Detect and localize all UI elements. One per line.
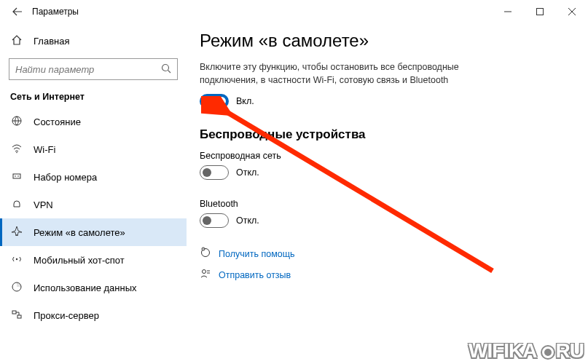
window-title: Параметры [32, 7, 79, 17]
sidebar: Главная Сеть и Интернет Состояние Wi-Fi [0, 23, 187, 364]
sidebar-item-wifi[interactable]: Wi-Fi [0, 135, 187, 163]
bluetooth-toggle-label: Откл. [236, 215, 259, 226]
titlebar: Параметры [0, 0, 588, 23]
sidebar-item-vpn[interactable]: VPN [0, 191, 187, 218]
sidebar-item-status[interactable]: Состояние [0, 108, 187, 135]
proxy-icon [10, 309, 23, 323]
bluetooth-toggle[interactable] [200, 213, 229, 228]
vpn-icon [10, 198, 23, 212]
home-label: Главная [34, 36, 69, 47]
airplane-icon [10, 226, 23, 240]
help-icon: ? [200, 247, 211, 261]
svg-point-3 [16, 151, 17, 153]
help-link-row: ? Получить помощь [200, 247, 571, 261]
sidebar-item-label: VPN [34, 199, 53, 210]
toggle-knob [203, 168, 211, 177]
back-button[interactable] [6, 0, 29, 23]
feedback-link-row: Отправить отзыв [200, 268, 571, 282]
svg-point-14 [203, 270, 206, 274]
sidebar-item-data-usage[interactable]: Использование данных [0, 274, 187, 301]
home-icon [10, 34, 23, 48]
svg-rect-9 [12, 311, 16, 314]
airplane-toggle-label: Вкл. [236, 96, 254, 106]
sidebar-item-label: Прокси-сервер [34, 310, 99, 321]
sidebar-item-airplane[interactable]: Режим «в самолете» [0, 218, 187, 246]
svg-point-6 [17, 175, 19, 177]
search-icon [161, 63, 171, 76]
sidebar-item-label: Набор номера [34, 172, 97, 183]
sidebar-item-label: Мобильный хот-спот [34, 255, 125, 266]
toggle-knob [203, 216, 211, 225]
toggle-knob [217, 97, 226, 106]
bluetooth-subsection: Bluetooth Откл. [200, 199, 571, 228]
minimize-button[interactable] [492, 0, 524, 23]
wifi-icon [10, 143, 23, 157]
watermark-dot-icon [539, 344, 554, 358]
sidebar-item-hotspot[interactable]: Мобильный хот-спот [0, 246, 187, 274]
watermark-text-b: RU [556, 339, 584, 363]
page-description: Включите эту функцию, чтобы остановить в… [200, 61, 506, 87]
sidebar-item-dialup[interactable]: Набор номера [0, 163, 187, 191]
wifi-label: Беспроводная сеть [200, 151, 571, 161]
svg-rect-0 [537, 9, 544, 15]
help-link[interactable]: Получить помощь [219, 249, 294, 259]
wifi-subsection: Беспроводная сеть Откл. [200, 151, 571, 180]
dialup-icon [10, 170, 23, 184]
close-button[interactable] [556, 0, 588, 23]
data-usage-icon [10, 281, 23, 295]
category-header: Сеть и Интернет [0, 87, 187, 108]
search-box[interactable] [9, 58, 178, 80]
home-link[interactable]: Главная [0, 28, 187, 54]
window-controls [492, 0, 588, 23]
sidebar-item-proxy[interactable]: Прокси-сервер [0, 301, 187, 329]
wifi-toggle-label: Откл. [236, 167, 259, 178]
content-pane: Режим «в самолете» Включите эту функцию,… [187, 23, 588, 364]
svg-point-1 [162, 64, 169, 71]
watermark: WIFIKA RU [469, 339, 584, 363]
feedback-link[interactable]: Отправить отзыв [219, 270, 291, 280]
watermark-text-a: WIFIKA [469, 339, 537, 363]
bluetooth-label: Bluetooth [200, 199, 571, 209]
airplane-toggle-row: Вкл. [200, 94, 571, 108]
airplane-toggle[interactable] [200, 94, 229, 108]
globe-icon [10, 115, 23, 129]
svg-rect-4 [13, 174, 20, 178]
footer-links: ? Получить помощь Отправить отзыв [200, 247, 571, 282]
search-input[interactable] [15, 64, 161, 75]
sidebar-item-label: Состояние [34, 116, 81, 127]
svg-point-7 [16, 258, 17, 259]
svg-rect-10 [17, 315, 21, 318]
sidebar-item-label: Wi-Fi [34, 144, 55, 155]
sidebar-item-label: Режим «в самолете» [34, 227, 125, 238]
maximize-button[interactable] [524, 0, 556, 23]
svg-point-5 [15, 175, 16, 177]
page-title: Режим «в самолете» [200, 31, 571, 51]
wifi-toggle[interactable] [200, 165, 229, 180]
feedback-icon [200, 268, 211, 282]
section-heading: Беспроводные устройства [200, 127, 571, 142]
hotspot-icon [10, 253, 23, 267]
sidebar-item-label: Использование данных [34, 282, 137, 293]
